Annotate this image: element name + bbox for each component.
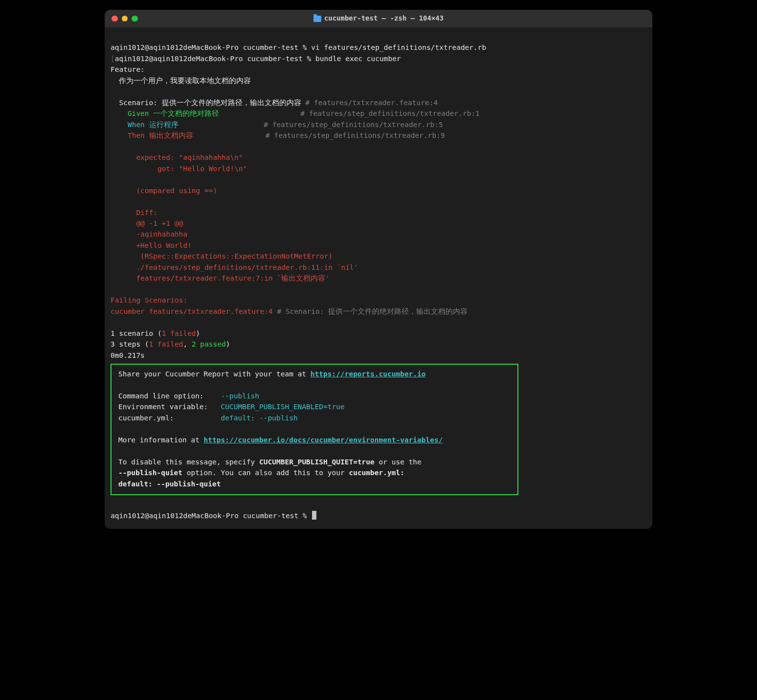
box-line-7: --publish-quiet option. You can also add… — [118, 469, 404, 477]
feature-label: Feature: — [111, 66, 145, 73]
given-step: Given 一个文档的绝对路径 # features/step_definiti… — [111, 109, 480, 117]
diff-trace-2: features/txtxreader.feature:7:in `输出文档内容… — [111, 274, 330, 282]
terminal-content[interactable]: aqin1012@aqin1012deMacBook-Pro cucumber-… — [105, 27, 652, 529]
diff-minus: -aqinhahahha — [111, 230, 187, 238]
prompt-line-1: aqin1012@aqin1012deMacBook-Pro cucumber-… — [111, 44, 486, 51]
window-title: cucumber-test — -zsh — 104×43 — [324, 13, 444, 24]
scenario-line: Scenario: 提供一个文件的绝对路径，输出文档的内容 # features… — [111, 99, 438, 107]
summary-steps: 3 steps (1 failed, 2 passed) — [111, 340, 230, 348]
diff-expected: expected: "aqinhahahha\n" — [111, 153, 243, 161]
prompt-line-2: [aqin1012@aqin1012deMacBook-Pro cucumber… — [111, 55, 401, 63]
minimize-icon[interactable] — [122, 16, 128, 22]
diff-plus: +Hello World! — [111, 241, 192, 249]
failing-line: cucumber features/txtxreader.feature:4 #… — [111, 307, 468, 315]
terminal-window: cucumber-test — -zsh — 104×43 aqin1012@a… — [105, 10, 652, 529]
diff-got: got: "Hello World!\n" — [111, 165, 247, 173]
box-line-1: Share your Cucumber Report with your tea… — [118, 370, 426, 378]
box-line-4: cucumber.yml: default: --publish — [118, 414, 298, 422]
diff-hunk: @@ -1 +1 @@ — [111, 219, 183, 227]
diff-error: (RSpec::Expectations::ExpectationNotMetE… — [111, 252, 333, 260]
command-2: bundle exec cucumber — [315, 55, 401, 63]
window-title-wrap: cucumber-test — -zsh — 104×43 — [105, 13, 652, 24]
command-1: vi features/step_definitions/txtreader.r… — [311, 44, 486, 51]
folder-icon — [313, 16, 321, 22]
box-line-5: More information at https://cucumber.io/… — [118, 436, 443, 444]
summary-scenarios: 1 scenario (1 failed) — [111, 329, 200, 337]
cursor-icon — [312, 511, 316, 520]
box-line-3: Environment variable: CUCUMBER_PUBLISH_E… — [118, 403, 345, 411]
reports-link[interactable]: https://reports.cucumber.io — [311, 370, 426, 378]
cucumber-publish-box: Share your Cucumber Report with your tea… — [111, 364, 518, 495]
diff-label: Diff: — [111, 209, 157, 217]
prompt-line-3: aqin1012@aqin1012deMacBook-Pro cucumber-… — [111, 512, 316, 520]
box-line-8: default: --publish-quiet — [118, 480, 221, 488]
summary-time: 0m0.217s — [111, 351, 145, 359]
feature-desc: 作为一个用户，我要读取本地文档的内容 — [111, 77, 251, 85]
window-controls — [111, 16, 138, 22]
then-step: Then 输出文档内容 # features/step_definitions/… — [111, 131, 445, 139]
diff-compared: (compared using ==) — [111, 187, 217, 195]
box-line-2: Command line option: --publish — [118, 392, 259, 400]
close-icon[interactable] — [111, 16, 118, 22]
when-step: When 运行程序 # features/step_definitions/tx… — [111, 121, 443, 129]
box-line-6: To disable this message, specify CUCUMBE… — [118, 458, 422, 466]
diff-trace-1: ./features/step_definitions/txtreader.rb… — [111, 263, 358, 271]
window-titlebar: cucumber-test — -zsh — 104×43 — [105, 10, 652, 27]
docs-link[interactable]: https://cucumber.io/docs/cucumber/enviro… — [204, 436, 443, 444]
failing-header: Failing Scenarios: — [111, 296, 187, 304]
zoom-icon[interactable] — [132, 16, 138, 22]
